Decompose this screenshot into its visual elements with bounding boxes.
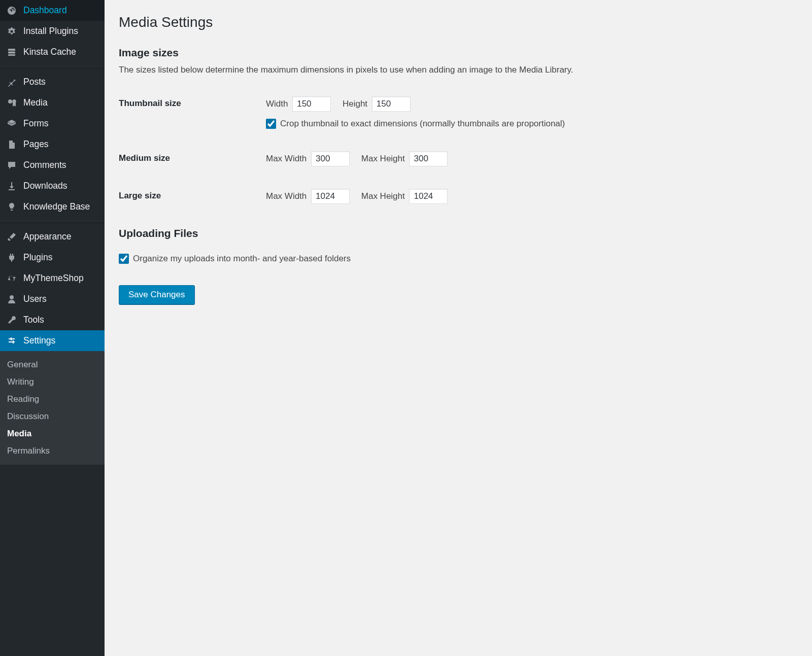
page-title: Media Settings [119,10,798,34]
uploading-files-heading: Uploading Files [119,227,798,239]
sidebar-item-label: Kinsta Cache [23,47,76,57]
pin-icon [5,77,18,87]
large-size-row: Large size Max Width Max Height [119,178,798,215]
submenu-item-writing[interactable]: Writing [0,373,105,391]
image-sizes-table: Thumbnail size Width Height Crop thumbna… [119,85,798,215]
svg-rect-1 [8,51,15,53]
forms-icon [5,119,18,129]
admin-sidebar: DashboardInstall PluginsKinsta CachePost… [0,0,105,656]
thumbnail-crop-checkbox[interactable] [266,119,276,129]
bulb-icon [5,202,18,212]
sidebar-item-pages[interactable]: Pages [0,134,105,155]
page-icon [5,140,18,150]
main-content: Media Settings Image sizes The sizes lis… [105,0,812,656]
sidebar-item-label: Posts [23,77,46,87]
sidebar-item-kinsta-cache[interactable]: Kinsta Cache [0,42,105,62]
thumbnail-width-label: Width [266,99,288,109]
user-icon [5,294,18,304]
plug-icon [5,253,18,263]
svg-rect-2 [8,54,15,56]
download-icon [5,181,18,191]
settings-icon [5,336,18,346]
medium-width-label: Max Width [266,154,307,163]
sidebar-separator [0,65,105,68]
organize-uploads-label: Organize my uploads into month- and year… [133,254,351,264]
large-width-label: Max Width [266,191,307,201]
large-height-label: Max Height [361,191,405,201]
dashboard-icon [5,6,18,16]
medium-height-label: Max Height [361,154,405,163]
organize-uploads-checkbox[interactable] [119,254,129,264]
comment-icon [5,160,18,170]
image-sizes-description: The sizes listed below determine the max… [119,65,798,75]
sidebar-item-label: Downloads [23,181,67,191]
save-changes-button[interactable]: Save Changes [119,285,195,304]
settings-submenu: GeneralWritingReadingDiscussionMediaPerm… [0,351,105,465]
sidebar-item-media[interactable]: Media [0,92,105,113]
medium-size-label: Medium size [119,140,261,178]
sidebar-item-mythemeshop[interactable]: MyThemeShop [0,268,105,289]
sidebar-item-settings[interactable]: Settings [0,330,105,351]
submenu-item-discussion[interactable]: Discussion [0,408,105,425]
brush-icon [5,232,18,242]
sidebar-item-label: Pages [23,139,49,150]
sidebar-item-label: Install Plugins [23,26,78,37]
sidebar-item-label: Comments [23,160,66,170]
image-sizes-heading: Image sizes [119,47,798,59]
gear-icon [5,26,18,37]
sidebar-item-tools[interactable]: Tools [0,309,105,330]
sidebar-item-knowledge-base[interactable]: Knowledge Base [0,196,105,217]
wrench-icon [5,315,18,325]
svg-rect-0 [8,49,15,51]
sidebar-item-posts[interactable]: Posts [0,72,105,92]
thumbnail-height-label: Height [343,99,367,109]
thumbnail-size-row: Thumbnail size Width Height Crop thumbna… [119,85,798,140]
large-height-input[interactable] [409,189,448,204]
sidebar-item-dashboard[interactable]: Dashboard [0,0,105,21]
sidebar-item-label: Tools [23,315,44,325]
sidebar-item-label: Settings [23,335,55,346]
sidebar-item-appearance[interactable]: Appearance [0,226,105,247]
sidebar-item-comments[interactable]: Comments [0,155,105,176]
sidebar-item-plugins[interactable]: Plugins [0,247,105,268]
sidebar-item-label: MyThemeShop [23,273,84,284]
sidebar-item-label: Media [23,97,48,108]
sidebar-item-label: Forms [23,118,49,129]
sidebar-item-install-plugins[interactable]: Install Plugins [0,21,105,42]
submenu-item-reading[interactable]: Reading [0,391,105,408]
large-size-label: Large size [119,178,261,215]
sidebar-item-label: Knowledge Base [23,201,90,212]
thumbnail-height-input[interactable] [372,96,411,112]
medium-width-input[interactable] [311,151,350,166]
sidebar-item-label: Plugins [23,252,52,263]
submenu-item-general[interactable]: General [0,356,105,373]
submenu-item-media[interactable]: Media [0,425,105,442]
thumbnail-size-label: Thumbnail size [119,85,261,140]
medium-height-input[interactable] [409,151,448,166]
submenu-item-permalinks[interactable]: Permalinks [0,442,105,460]
sidebar-item-users[interactable]: Users [0,289,105,309]
sidebar-item-label: Appearance [23,231,71,242]
sidebar-item-label: Dashboard [23,5,67,16]
sidebar-item-label: Users [23,294,47,304]
thumbnail-width-input[interactable] [292,96,331,112]
sidebar-separator [0,220,105,223]
thumbnail-crop-label: Crop thumbnail to exact dimensions (norm… [280,119,565,129]
sidebar-item-forms[interactable]: Forms [0,113,105,134]
media-icon [5,98,18,108]
sidebar-item-downloads[interactable]: Downloads [0,176,105,196]
large-width-input[interactable] [311,189,350,204]
medium-size-row: Medium size Max Width Max Height [119,140,798,178]
server-icon [5,47,18,57]
refresh-icon [5,273,18,284]
